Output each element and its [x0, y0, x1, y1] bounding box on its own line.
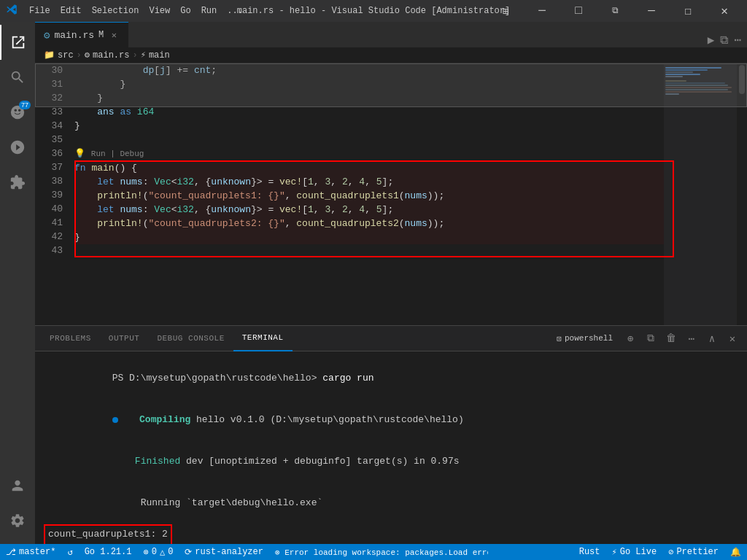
- minimap-viewport[interactable]: [664, 63, 737, 107]
- activity-run-debug[interactable]: [0, 130, 35, 165]
- status-bar-left: ⎇ master* ↺ Go 1.21.1 ⊗ 0 △ 0 ⟳ rust-ana…: [0, 544, 488, 560]
- titlebar-menu[interactable]: File Edit Selection View Go Run ...: [25, 4, 247, 18]
- status-lang[interactable]: Rust: [573, 544, 606, 560]
- code-line-35: [74, 133, 664, 147]
- terminal-line-1: PS D:\mysetup\gopath\rustcode\hello> car…: [44, 357, 738, 399]
- status-prettier[interactable]: ⊘ Prettier: [662, 544, 724, 560]
- status-notifications[interactable]: 🔔: [724, 544, 747, 560]
- window-close[interactable]: ✕: [708, 0, 741, 22]
- rust-file-icon: ⚙: [44, 29, 50, 42]
- terminal-line-4: Running `target\debug\hello.exe`: [44, 482, 738, 524]
- activity-explorer[interactable]: [0, 25, 35, 60]
- status-go-version[interactable]: Go 1.21.1: [79, 544, 138, 560]
- menu-view[interactable]: View: [144, 4, 174, 18]
- terminal-line-2: Compiling hello v0.1.0 (D:\mysetup\gopat…: [44, 399, 738, 440]
- warning-icon: △: [160, 547, 165, 558]
- panel-tab-terminal[interactable]: TERMINAL: [233, 326, 293, 351]
- breadcrumb-src[interactable]: 📁 src: [44, 50, 74, 61]
- window-maximize[interactable]: ☐: [671, 0, 705, 22]
- split-terminal-button[interactable]: ⧉: [642, 330, 659, 347]
- tab-bar: ⚙ main.rs M ✕ ▶ ⧉ ⋯: [35, 22, 747, 47]
- editor-tab-main-rs[interactable]: ⚙ main.rs M ✕: [35, 22, 128, 47]
- panel-actions: ⊡ powershell ⊕ ⧉ 🗑 ⋯ ∧ ✕: [551, 330, 741, 347]
- titlebar-left: File Edit Selection View Go Run ...: [6, 4, 247, 18]
- spinner-icon: ⟳: [185, 547, 192, 558]
- panel-collapse-up[interactable]: ∧: [703, 330, 721, 347]
- bell-icon: 🔔: [730, 547, 741, 558]
- status-error-msg[interactable]: ⊗ Error loading workspace: packages.Load…: [269, 544, 488, 560]
- status-errors-warnings[interactable]: ⊗ 0 △ 0: [137, 544, 179, 560]
- code-editor[interactable]: 30 31 32 33 34 35 36 37 38 39 40 41 42 4…: [35, 63, 747, 325]
- status-bar: ⎇ master* ↺ Go 1.21.1 ⊗ 0 △ 0 ⟳ rust-ana…: [0, 544, 747, 560]
- status-sync[interactable]: ↺: [61, 544, 78, 560]
- panel: PROBLEMS OUTPUT DEBUG CONSOLE TERMINAL ⊡…: [35, 325, 747, 544]
- activity-source-control[interactable]: [0, 95, 35, 130]
- split-editor-button[interactable]: ⧉: [720, 34, 728, 47]
- minimize-button[interactable]: ─: [525, 0, 559, 22]
- minimap: [664, 63, 737, 325]
- tab-close-button[interactable]: ✕: [108, 29, 120, 41]
- activity-settings[interactable]: [0, 503, 35, 538]
- terminal-output-box: count_quadruplets1: 2 count_quadruplets2…: [44, 524, 172, 544]
- code-line-42: }: [74, 230, 664, 244]
- code-line-37: fn main() {: [74, 161, 664, 175]
- shell-label: ⊡ powershell: [551, 334, 619, 343]
- status-analyzer[interactable]: ⟳ rust-analyzer: [179, 544, 269, 560]
- menu-go[interactable]: Go: [176, 4, 195, 18]
- breadcrumb: 📁 src › ⚙ main.rs › ⚡ main: [35, 47, 747, 63]
- panel-close[interactable]: ✕: [724, 330, 741, 347]
- menu-file[interactable]: File: [25, 4, 55, 18]
- main-layout: ⚙ main.rs M ✕ ▶ ⧉ ⋯ 📁 src › ⚙ main.rs ›: [0, 22, 747, 544]
- window-controls[interactable]: ⊞ ─ □ ⧉ — ☐ ✕: [489, 0, 741, 22]
- code-line-41: println!("count_quadruplets2: {}", count…: [74, 217, 664, 230]
- menu-edit[interactable]: Edit: [56, 4, 86, 18]
- panel-tabs: PROBLEMS OUTPUT DEBUG CONSOLE TERMINAL ⊡…: [35, 326, 747, 351]
- blue-dot-indicator: [112, 417, 118, 423]
- split-button[interactable]: ⧉: [598, 0, 632, 22]
- activity-bottom: [0, 468, 35, 544]
- activity-bar: [0, 22, 35, 544]
- run-button[interactable]: ▶: [708, 33, 715, 47]
- menu-run[interactable]: Run: [197, 4, 222, 18]
- prettier-icon: ⊘: [668, 547, 673, 558]
- minimap-content: [664, 63, 737, 325]
- menu-selection[interactable]: Selection: [88, 4, 144, 18]
- more-actions-button[interactable]: ⋯: [734, 33, 741, 47]
- editor-panel-container: 30 31 32 33 34 35 36 37 38 39 40 41 42 4…: [35, 63, 747, 544]
- status-branch[interactable]: ⎇ master*: [0, 544, 61, 560]
- editor-toolbar: ▶ ⧉ ⋯: [128, 33, 747, 47]
- vscode-logo: [6, 4, 18, 18]
- editor-area: ⚙ main.rs M ✕ ▶ ⧉ ⋯ 📁 src › ⚙ main.rs ›: [35, 22, 747, 544]
- maximize-button[interactable]: □: [562, 0, 595, 22]
- code-line-34: }: [74, 119, 664, 133]
- new-terminal-button[interactable]: ⊕: [622, 330, 639, 347]
- code-line-39: println!("count_quadruplets1: {}", count…: [74, 189, 664, 203]
- terminal-content[interactable]: PS D:\mysetup\gopath\rustcode\hello> car…: [35, 351, 747, 544]
- terminal-line-3: Finished dev [unoptimized + debuginfo] t…: [44, 440, 738, 482]
- error-icon: ⊗: [143, 547, 148, 558]
- titlebar: File Edit Selection View Go Run ... main…: [0, 0, 747, 22]
- window-title: main.rs - hello - Visual Studio Code [Ad…: [237, 6, 510, 16]
- live-icon: ⚡: [612, 547, 617, 558]
- breadcrumb-file[interactable]: ⚙ main.rs: [85, 50, 130, 61]
- code-line-38: let nums: Vec<i32, {unknown}> = vec![1, …: [74, 175, 664, 189]
- panel-tab-problems[interactable]: PROBLEMS: [41, 326, 100, 351]
- status-bar-right: Rust ⚡ Go Live ⊘ Prettier 🔔: [573, 544, 747, 560]
- git-branch-icon: ⎇: [6, 547, 16, 558]
- window-minimize[interactable]: —: [635, 0, 668, 22]
- code-line-43: [74, 244, 664, 258]
- code-line-40: let nums: Vec<i32, {unknown}> = vec![1, …: [74, 203, 664, 217]
- code-line-36: 💡 Run | Debug: [74, 147, 664, 161]
- tab-filename: main.rs: [54, 30, 94, 41]
- activity-extensions[interactable]: [0, 165, 35, 200]
- panel-tab-debug-console[interactable]: DEBUG CONSOLE: [148, 326, 233, 351]
- tab-modified-indicator: M: [98, 30, 104, 40]
- more-panel-actions[interactable]: ⋯: [683, 330, 700, 347]
- activity-search[interactable]: [0, 60, 35, 95]
- kill-terminal-button[interactable]: 🗑: [662, 330, 680, 347]
- panel-tab-output[interactable]: OUTPUT: [100, 326, 149, 351]
- status-go-live[interactable]: ⚡ Go Live: [606, 544, 663, 560]
- terminal-output-line-1: count_quadruplets1: 2: [48, 527, 168, 541]
- activity-account[interactable]: [0, 468, 35, 503]
- breadcrumb-fn[interactable]: ⚡ main: [141, 50, 170, 61]
